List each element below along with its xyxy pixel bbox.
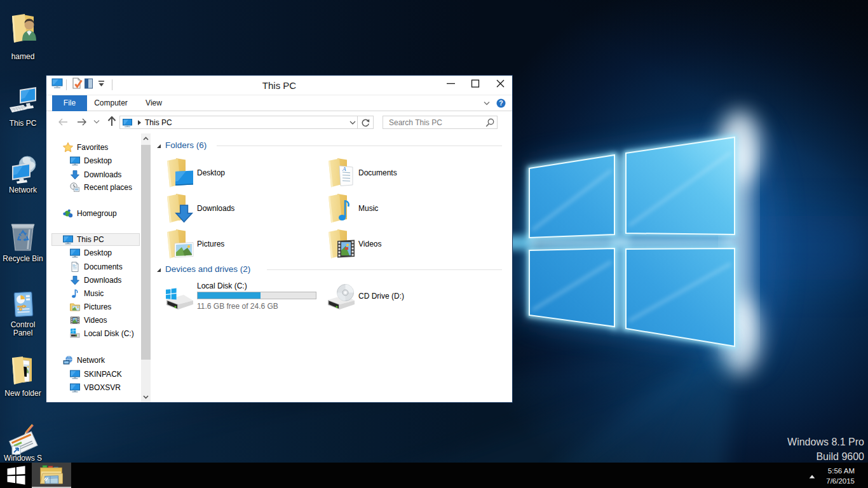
svg-text:?: ?: [499, 99, 503, 107]
svg-text:A: A: [342, 166, 346, 172]
